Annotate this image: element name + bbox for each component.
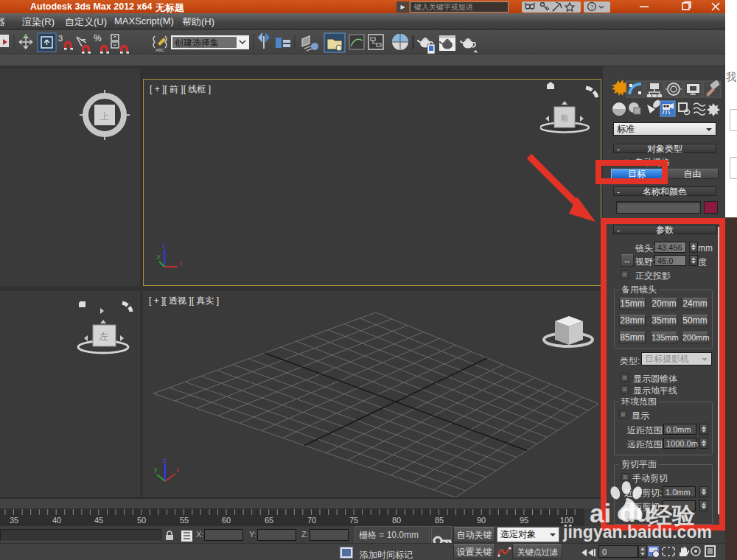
svg-text:y: y [157,253,161,260]
svg-text:ABC: ABC [156,48,165,52]
svg-text:y: y [154,466,158,473]
svg-text:x: x [176,466,180,474]
svg-text:%: % [94,33,102,43]
svg-text:上: 上 [100,111,109,122]
svg-text:左: 左 [99,331,109,342]
svg-text:3: 3 [58,34,63,43]
svg-text:前: 前 [560,113,569,122]
svg-text:?: ? [590,4,594,10]
svg-text:z: z [163,457,167,464]
svg-text:创建选择集: 创建选择集 [174,38,219,48]
svg-text:z: z [162,243,166,249]
svg-text:x: x [179,259,183,267]
